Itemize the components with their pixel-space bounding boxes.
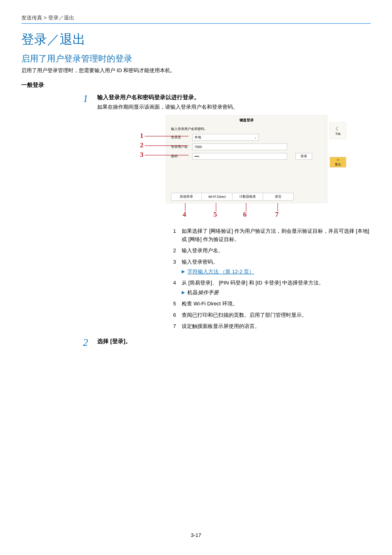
login-to-select[interactable]: 本地 ⌄ — [192, 134, 259, 141]
ref-link-row: ▶ 字符输入方法 （第 12-2 页） — [182, 267, 371, 276]
legend-item-1: 1 如果选择了 [网络验证] 作为用户验证方法，则会显示验证目标，并且可选择 [… — [173, 227, 371, 243]
chevron-down-icon: ⌄ — [254, 136, 257, 139]
legend-text: 查阅已打印和已扫描的页数。启用了部门管理时显示。 — [182, 311, 371, 319]
tab-other-login[interactable]: 其他登录 — [171, 193, 202, 200]
callout-7: 7 — [275, 210, 279, 218]
reset-button[interactable]: ⟳ 复位 — [330, 157, 346, 168]
step-title: 选择 [登录]。 — [97, 337, 371, 345]
callout-5: 5 — [214, 210, 217, 218]
legend-num: 3 — [173, 258, 182, 276]
legend-text: 输入登录密码。 ▶ 字符输入方法 （第 12-2 页） — [182, 258, 371, 276]
login-button[interactable]: 登录 — [295, 153, 312, 160]
ref-link[interactable]: 字符输入方法 （第 12-2 页） — [187, 267, 254, 276]
moon-icon: ☾ — [335, 126, 340, 132]
step-text: 如果在操作期间显示该画面，请输入登录用户名和登录密码。 — [97, 103, 371, 110]
energy-saver-button[interactable]: ☾ 节能 — [330, 123, 346, 139]
legend-text: 从 [简易登录]、 [PIN 码登录] 和 [ID 卡登录] 中选择登录方法。 … — [182, 278, 371, 297]
ref-text: 机器操作手册 — [187, 288, 219, 297]
step-number: 1 — [83, 94, 97, 103]
prompt-text: 输入登录用户名和密码。 — [171, 127, 207, 131]
legend-num: 5 — [173, 299, 182, 308]
legend-item-4: 4 从 [简易登录]、 [PIN 码登录] 和 [ID 卡登录] 中选择登录方法… — [173, 278, 371, 297]
energy-saver-label: 节能 — [335, 132, 341, 136]
legend-list: 1 如果选择了 [网络验证] 作为用户验证方法，则会显示验证目标，并且可选择 [… — [173, 227, 371, 330]
legend-item-6: 6 查阅已打印和已扫描的页数。启用了部门管理时显示。 — [173, 311, 371, 319]
callout-line-2 — [145, 146, 189, 146]
login-to-row: 登录至 本地 ⌄ — [171, 134, 259, 141]
legend-num: 1 — [173, 227, 182, 243]
callout-1: 1 — [140, 131, 143, 139]
login-screenshot: 键盘登录 输入登录用户名和密码。 登录至 本地 ⌄ 登录用户名 7000 — [135, 115, 371, 220]
section-title: 启用了用户登录管理时的登录 — [21, 53, 371, 65]
legend-num: 4 — [173, 278, 182, 297]
legend-text: 检查 Wi-Fi Direct 环境。 — [182, 299, 371, 308]
legend-num: 6 — [173, 311, 182, 319]
login-to-value: 本地 — [194, 135, 201, 139]
login-panel: 键盘登录 输入登录用户名和密码。 登录至 本地 ⌄ 登录用户名 7000 — [166, 115, 327, 203]
password-value: •••• — [194, 154, 199, 158]
legend-num: 7 — [173, 322, 182, 330]
bottom-tabs: 其他登录 Wi-Fi Direct 计数器检查 语言 — [171, 193, 293, 200]
step-2: 2 选择 [登录]。 — [83, 337, 371, 347]
keyboard-login-label: 键盘登录 — [166, 118, 327, 123]
reset-label: 复位 — [335, 162, 341, 167]
username-row: 登录用户名 7000 — [171, 144, 287, 150]
intro-text: 启用了用户登录管理时，您需要输入用户 ID 和密码才能使用本机。 — [21, 67, 371, 74]
subsection-title: 一般登录 — [21, 81, 371, 89]
arrow-right-icon: ▶ — [182, 268, 185, 275]
username-value: 7000 — [194, 145, 202, 149]
tab-wifi-direct[interactable]: Wi-Fi Direct — [202, 193, 232, 200]
legend-item-2: 2 输入登录用户名。 — [173, 246, 371, 255]
callout-6: 6 — [243, 210, 247, 218]
reset-icon: ⟳ — [336, 158, 340, 162]
tab-counter[interactable]: 计数器检查 — [232, 193, 263, 200]
legend-text: 设定触摸面板显示屏使用的语言。 — [182, 322, 371, 330]
password-row: 密码 •••• — [171, 153, 287, 160]
step-number: 2 — [83, 337, 97, 347]
callout-4: 4 — [183, 210, 186, 218]
header-rule — [21, 23, 371, 24]
callout-line-3 — [145, 155, 189, 155]
legend-num: 2 — [173, 246, 182, 255]
legend-item-3: 3 输入登录密码。 ▶ 字符输入方法 （第 12-2 页） — [173, 258, 371, 276]
callout-2: 2 — [140, 141, 143, 149]
step-title: 输入登录用户名和密码登录以进行登录。 — [97, 94, 371, 101]
arrow-right-icon: ▶ — [182, 289, 185, 296]
tab-language[interactable]: 语言 — [263, 193, 294, 200]
callout-3: 3 — [140, 150, 143, 159]
page-title: 登录／退出 — [21, 31, 371, 48]
legend-item-5: 5 检查 Wi-Fi Direct 环境。 — [173, 299, 371, 308]
page-number: 3-17 — [0, 532, 392, 538]
callout-line-1 — [145, 136, 189, 136]
legend-text: 如果选择了 [网络验证] 作为用户验证方法，则会显示验证目标，并且可选择 [本地… — [182, 227, 371, 243]
legend-item-7: 7 设定触摸面板显示屏使用的语言。 — [173, 322, 371, 330]
breadcrumb: 发送传真 > 登录／退出 — [21, 14, 371, 21]
password-input[interactable]: •••• — [192, 153, 287, 160]
legend-text: 输入登录用户名。 — [182, 246, 371, 255]
username-input[interactable]: 7000 — [192, 144, 287, 150]
ref-plain-row: ▶ 机器操作手册 — [182, 288, 371, 297]
step-1: 1 输入登录用户名和密码登录以进行登录。 如果在操作期间显示该画面，请输入登录用… — [83, 94, 371, 335]
